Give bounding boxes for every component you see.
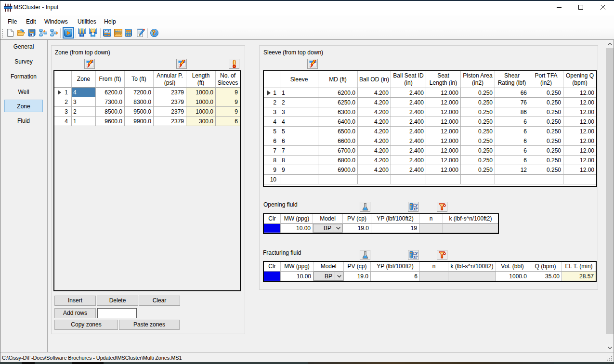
svg-text:YP: YP xyxy=(413,207,418,210)
svg-text:YP: YP xyxy=(413,255,418,259)
svg-text:PV: PV xyxy=(413,203,418,207)
svg-text:C°F°: C°F° xyxy=(105,30,111,33)
svg-text:PV: PV xyxy=(413,251,418,255)
svg-text:?: ? xyxy=(152,29,156,37)
